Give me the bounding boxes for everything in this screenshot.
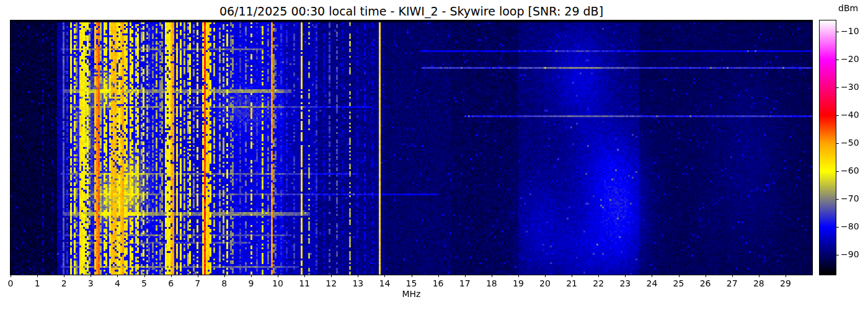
plot-frame xyxy=(10,20,813,275)
colorbar-tick-label: −50 xyxy=(841,138,859,148)
waterfall-heatmap xyxy=(11,20,812,275)
colorbar-tick-label: −40 xyxy=(841,110,859,120)
colorbar-tick xyxy=(836,115,839,116)
x-tick-label: 5 xyxy=(132,278,157,288)
colorbar-tick xyxy=(836,143,839,144)
x-tick-label: 12 xyxy=(319,278,343,288)
colorbar-tick xyxy=(836,227,839,228)
colorbar-tick-label: −70 xyxy=(841,193,859,203)
colorbar-tick xyxy=(836,60,839,60)
x-tick-label: 1 xyxy=(25,278,50,288)
colorbar-tick xyxy=(836,255,839,255)
x-tick-label: 23 xyxy=(613,278,637,288)
x-tick-label: 7 xyxy=(185,278,210,288)
x-tick-label: 22 xyxy=(586,278,611,288)
x-tick-label: 3 xyxy=(78,278,103,288)
x-tick-label: 4 xyxy=(105,278,130,288)
x-tick-label: 20 xyxy=(533,278,557,288)
x-tick-label: 15 xyxy=(399,278,424,288)
x-tick-label: 17 xyxy=(453,278,477,288)
x-tick-label: 26 xyxy=(693,278,718,288)
x-tick-label: 13 xyxy=(345,278,370,288)
colorbar-label: dBm xyxy=(838,3,858,13)
x-tick-label: 2 xyxy=(51,278,76,288)
colorbar-frame xyxy=(819,20,836,275)
x-tick-label: 25 xyxy=(666,278,691,288)
x-tick-label: 10 xyxy=(265,278,290,288)
x-tick-label: 11 xyxy=(292,278,317,288)
colorbar-tick xyxy=(836,199,839,200)
x-tick-label: 19 xyxy=(506,278,531,288)
colorbar-tick-label: −10 xyxy=(841,26,859,36)
colorbar-tick-label: −90 xyxy=(841,249,859,259)
chart-title: 06/11/2025 00:30 local time - KIWI_2 - S… xyxy=(11,4,812,18)
x-tick-label: 0 xyxy=(0,278,23,288)
colorbar-tick xyxy=(836,87,839,88)
x-axis-label: MHz xyxy=(11,289,812,299)
x-tick-label: 14 xyxy=(372,278,397,288)
x-tick-label: 24 xyxy=(639,278,664,288)
x-tick-label: 6 xyxy=(159,278,184,288)
colorbar-tick-label: −20 xyxy=(841,54,859,64)
colorbar-tick xyxy=(836,171,839,172)
x-tick-label: 21 xyxy=(559,278,584,288)
x-tick-label: 28 xyxy=(746,278,771,288)
colorbar-gradient xyxy=(820,20,836,275)
colorbar-tick xyxy=(836,32,839,32)
x-tick-label: 8 xyxy=(212,278,237,288)
colorbar-tick-label: −60 xyxy=(841,166,859,175)
spectrogram-figure: 06/11/2025 00:30 local time - KIWI_2 - S… xyxy=(0,0,868,310)
x-tick-label: 29 xyxy=(773,278,798,288)
x-tick-label: 18 xyxy=(479,278,504,288)
x-tick-label: 16 xyxy=(426,278,451,288)
x-tick-label: 9 xyxy=(239,278,264,288)
colorbar-tick-label: −30 xyxy=(841,82,859,92)
x-tick-label: 27 xyxy=(720,278,745,288)
colorbar-tick-label: −80 xyxy=(841,221,859,231)
